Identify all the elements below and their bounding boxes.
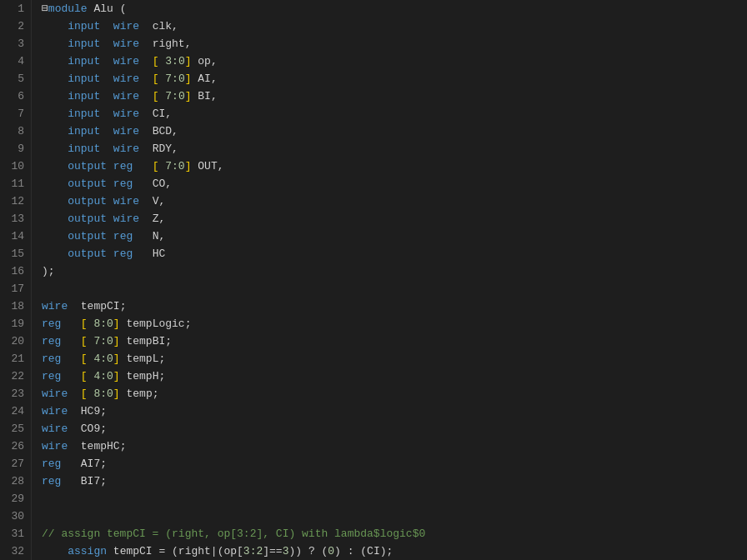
token: AI, xyxy=(192,72,218,85)
line-number-23: 23 xyxy=(7,385,24,402)
line-number-12: 12 xyxy=(7,192,24,210)
token: output xyxy=(68,248,107,260)
line-number-8: 8 xyxy=(7,122,24,140)
token xyxy=(42,72,68,85)
code-line-17 xyxy=(42,280,747,298)
token: output xyxy=(68,195,107,208)
token: reg xyxy=(42,475,61,488)
code-line-28: reg BI7; xyxy=(42,472,747,490)
token: input xyxy=(68,55,100,68)
line-number-29: 29 xyxy=(7,490,24,508)
token xyxy=(42,90,68,102)
token: wire xyxy=(113,72,139,85)
token: 8:0 xyxy=(88,388,113,400)
token: assign xyxy=(68,545,107,558)
line-number-21: 21 xyxy=(7,350,24,368)
code-line-11: output reg CO, xyxy=(42,175,747,192)
line-number-5: 5 xyxy=(7,70,24,88)
token: ] xyxy=(185,55,192,68)
code-line-6: input wire [ 7:0] BI, xyxy=(42,88,747,105)
token: ] xyxy=(113,335,120,348)
line-number-16: 16 xyxy=(7,262,24,280)
token xyxy=(107,195,113,208)
token xyxy=(42,142,68,155)
code-line-25: wire CO9; xyxy=(42,420,747,438)
token: clk, xyxy=(139,20,178,32)
token xyxy=(68,388,81,400)
token: 4:0 xyxy=(88,352,113,365)
token: N, xyxy=(133,230,165,242)
line-number-4: 4 xyxy=(7,52,24,70)
token: CO9; xyxy=(68,422,107,435)
token: [ xyxy=(81,388,88,400)
token: OUT, xyxy=(192,160,224,172)
line-number-25: 25 xyxy=(7,420,24,438)
token: 4:0 xyxy=(88,370,113,382)
token: right, xyxy=(139,38,191,50)
line-number-1: 1 xyxy=(7,0,24,18)
token: input xyxy=(68,20,100,32)
line-number-30: 30 xyxy=(7,508,24,525)
token: HC xyxy=(133,248,165,260)
token: op, xyxy=(192,55,218,68)
token: input xyxy=(68,38,100,50)
token: wire xyxy=(42,422,68,435)
code-line-8: input wire BCD, xyxy=(42,122,747,140)
code-line-12: output wire V, xyxy=(42,192,747,210)
code-line-3: input wire right, xyxy=(42,35,747,52)
code-line-1: ⊟module Alu ( xyxy=(42,0,747,18)
token xyxy=(61,352,80,365)
token: output xyxy=(68,212,107,225)
token: input xyxy=(68,90,100,102)
token xyxy=(100,142,113,155)
token: Z, xyxy=(139,212,165,225)
line-number-24: 24 xyxy=(7,402,24,420)
token: 3:0 xyxy=(158,55,184,68)
token: ] xyxy=(113,318,120,330)
line-number-9: 9 xyxy=(7,140,24,158)
line-number-15: 15 xyxy=(7,245,24,262)
token xyxy=(100,55,113,68)
token: tempCI = (right|(op[ xyxy=(107,545,243,558)
line-number-19: 19 xyxy=(7,315,24,332)
token: 3:2 xyxy=(243,545,263,558)
token: reg xyxy=(113,160,133,172)
token: input xyxy=(68,142,100,155)
token: CO, xyxy=(133,178,172,190)
line-number-20: 20 xyxy=(7,332,24,350)
line-number-18: 18 xyxy=(7,298,24,315)
token: reg xyxy=(113,178,133,190)
code-line-16: ); xyxy=(42,262,747,280)
line-number-27: 27 xyxy=(7,455,24,472)
token: reg xyxy=(42,318,61,330)
token: input xyxy=(68,72,100,85)
token: module xyxy=(48,2,88,15)
token: ) : (CI); xyxy=(334,545,393,558)
token: CI, xyxy=(139,108,172,120)
token: tempLogic; xyxy=(120,318,192,330)
token xyxy=(42,125,68,138)
token xyxy=(100,90,113,102)
token: reg xyxy=(42,335,61,348)
code-line-22: reg [ 4:0] tempH; xyxy=(42,368,747,385)
token: // assign tempCI = (right, op[3:2], CI) … xyxy=(42,528,425,540)
token: wire xyxy=(113,142,139,155)
token: [ xyxy=(81,352,88,365)
token: wire xyxy=(113,20,139,32)
token xyxy=(61,370,80,382)
token xyxy=(133,160,152,172)
line-number-3: 3 xyxy=(7,35,24,52)
code-line-27: reg AI7; xyxy=(42,455,747,472)
token: ] xyxy=(113,370,120,382)
token: output xyxy=(68,230,107,242)
token xyxy=(100,38,113,50)
token: ]== xyxy=(263,545,282,558)
token xyxy=(139,55,153,68)
token: wire xyxy=(42,405,68,418)
code-line-14: output reg N, xyxy=(42,228,747,245)
token: 7:0 xyxy=(158,90,184,102)
token: [ xyxy=(81,318,88,330)
code-content[interactable]: ⊟module Alu ( input wire clk, input wire… xyxy=(32,0,747,560)
token xyxy=(139,72,153,85)
token: wire xyxy=(113,90,139,102)
